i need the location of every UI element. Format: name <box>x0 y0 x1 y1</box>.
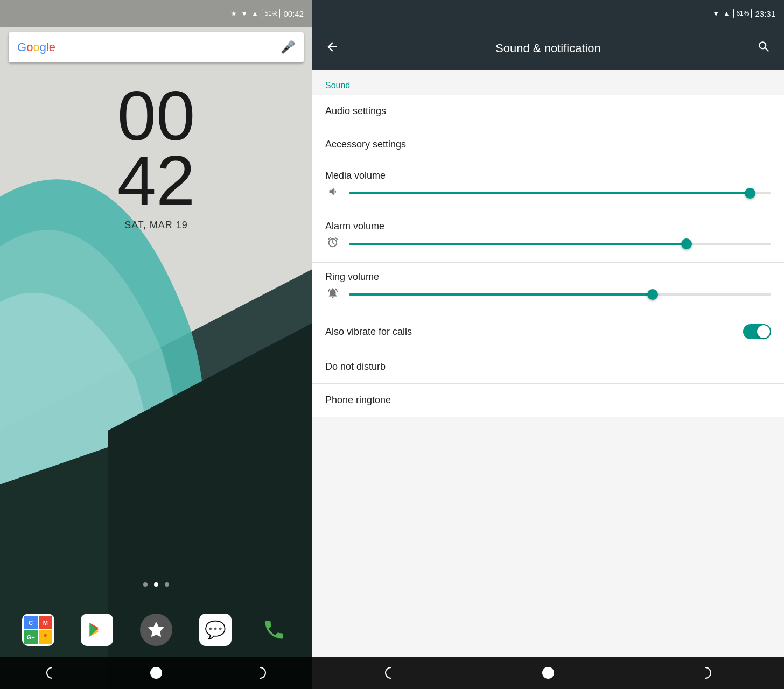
back-button-left[interactable] <box>44 665 60 681</box>
media-volume-label: Media volume <box>325 170 771 181</box>
star-icon: ★ <box>230 9 237 18</box>
time-left: 00:42 <box>283 9 304 18</box>
app-play-store[interactable] <box>81 614 113 646</box>
wifi-icon: ▼ <box>241 9 248 18</box>
page-dot-2[interactable] <box>154 582 158 587</box>
clock-date: SAT, MAR 19 <box>124 220 188 231</box>
microphone-icon[interactable]: 🎤 <box>281 40 295 54</box>
time-right: 23:31 <box>755 9 775 18</box>
media-volume-icon <box>325 186 340 201</box>
status-bar-right: ▼ ▲ 61% 23:31 <box>312 0 784 27</box>
audio-settings-label: Audio settings <box>325 106 771 117</box>
status-bar-left: ★ ▼ ▲ 51% 00:42 <box>0 0 312 27</box>
app-bar: Sound & notification <box>312 27 784 70</box>
ring-volume-slider[interactable] <box>349 289 771 300</box>
alarm-volume-label: Alarm volume <box>325 221 771 232</box>
app-dock: C M G+ 📍 💬 <box>9 614 304 646</box>
vibrate-toggle[interactable] <box>743 324 771 339</box>
alarm-volume-slider[interactable] <box>349 238 771 249</box>
home-button-left[interactable] <box>148 665 164 681</box>
vibrate-toggle-item: Also vibrate for calls <box>312 313 784 350</box>
search-button[interactable] <box>753 36 775 61</box>
recents-button-nav-right[interactable] <box>697 665 713 681</box>
phone-ringtone-item[interactable]: Phone ringtone <box>312 384 784 417</box>
do-not-disturb-label: Do not disturb <box>325 361 771 372</box>
app-phone[interactable] <box>258 614 290 646</box>
ring-volume-icon <box>325 287 340 302</box>
app-messaging[interactable]: 💬 <box>199 614 232 646</box>
recents-button-left[interactable] <box>252 665 268 681</box>
page-dots <box>0 582 312 587</box>
bottom-nav-right <box>312 657 784 689</box>
ring-volume-label: Ring volume <box>325 271 771 283</box>
settings-content: Sound Audio settings Accessory settings … <box>312 70 784 657</box>
page-dot-1[interactable] <box>143 582 148 587</box>
app-google-folder[interactable]: C M G+ 📍 <box>22 614 54 646</box>
clock-hours: 00 <box>117 81 195 151</box>
clock-widget: 00 42 SAT, MAR 19 <box>0 81 312 231</box>
google-logo: Google <box>17 40 55 54</box>
signal-icon: ▲ <box>251 9 259 18</box>
toggle-thumb <box>757 325 770 338</box>
section-sound-header: Sound <box>312 70 784 95</box>
signal-icon-right: ▲ <box>723 9 731 18</box>
alarm-volume-icon <box>325 236 340 251</box>
battery-right: 61% <box>733 9 752 18</box>
app-bar-title: Sound & notification <box>344 41 753 55</box>
left-panel: ★ ▼ ▲ 51% 00:42 Google 🎤 00 42 SAT, MAR … <box>0 0 312 689</box>
phone-ringtone-label: Phone ringtone <box>325 395 771 406</box>
alarm-volume-item: Alarm volume <box>312 212 784 263</box>
accessory-settings-item[interactable]: Accessory settings <box>312 128 784 161</box>
media-volume-item: Media volume <box>312 161 784 212</box>
media-volume-slider[interactable] <box>349 188 771 199</box>
vibrate-toggle-label: Also vibrate for calls <box>325 326 743 338</box>
back-button-right[interactable] <box>321 36 344 61</box>
wifi-icon-right: ▼ <box>712 9 720 18</box>
page-dot-3[interactable] <box>165 582 169 587</box>
battery-left: 51% <box>262 9 280 18</box>
back-button-nav-right[interactable] <box>383 665 399 681</box>
home-button-nav-right[interactable] <box>540 665 556 681</box>
clock-minutes: 42 <box>117 145 195 215</box>
app-launcher[interactable] <box>140 614 172 646</box>
audio-settings-item[interactable]: Audio settings <box>312 95 784 128</box>
right-panel: ▼ ▲ 61% 23:31 Sound & notification Sound… <box>312 0 784 689</box>
bottom-nav-left <box>0 657 312 689</box>
accessory-settings-label: Accessory settings <box>325 139 771 150</box>
ring-volume-item: Ring volume <box>312 263 784 313</box>
do-not-disturb-item[interactable]: Do not disturb <box>312 350 784 384</box>
google-search-bar[interactable]: Google 🎤 <box>9 32 304 62</box>
